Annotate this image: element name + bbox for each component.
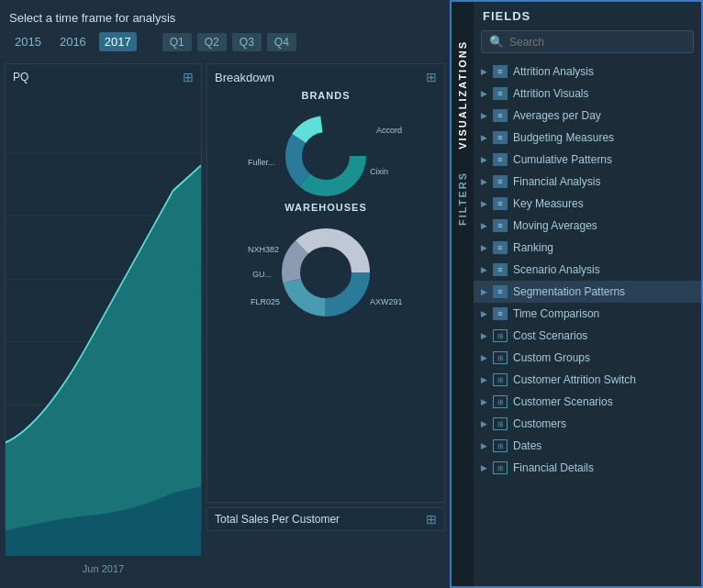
field-label: Customer Scenarios [513,395,694,408]
field-label: Customer Attrition Switch [513,373,694,386]
field-label: Attrition Visuals [513,87,694,100]
year-2016-btn[interactable]: 2016 [54,32,92,51]
fields-content: FIELDS 🔍 ▶≡Attrition Analysis▶≡Attrition… [474,2,701,586]
field-expand-arrow: ▶ [481,463,487,472]
folder-icon: ≡ [493,241,508,254]
field-label: Moving Averages [513,219,694,232]
field-expand-arrow: ▶ [481,419,487,428]
fields-panel: VISUALIZATIONS FILTERS FIELDS 🔍 ▶≡Attrit… [450,0,703,588]
breakdown-card: Breakdown ⊞ BRANDS Accord [206,63,445,503]
area-chart-svg [6,90,201,556]
field-expand-arrow: ▶ [481,331,487,340]
field-label: Custom Groups [513,351,694,364]
svg-text:FLR025: FLR025 [251,297,280,306]
field-expand-arrow: ▶ [481,265,487,274]
q4-btn[interactable]: Q4 [267,33,296,51]
field-expand-arrow: ▶ [481,441,487,450]
field-expand-arrow: ▶ [481,243,487,252]
field-item[interactable]: ▶≡Financial Analysis [474,171,701,193]
field-item[interactable]: ▶⊞Customer Attrition Switch [474,369,701,391]
field-expand-arrow: ▶ [481,221,487,230]
visualizations-tab[interactable]: VISUALIZATIONS [453,29,472,161]
field-expand-arrow: ▶ [481,89,487,98]
svg-text:AXW291: AXW291 [370,297,403,306]
q2-btn[interactable]: Q2 [197,33,227,51]
field-label: Customers [513,417,694,430]
pq-chart: PQ ⊞ Jun 2017 [5,63,202,531]
field-label: Scenario Analysis [513,263,694,276]
field-expand-arrow: ▶ [481,287,487,296]
folder-icon: ≡ [493,263,508,276]
field-item[interactable]: ▶≡Budgeting Measures [474,127,701,149]
field-item[interactable]: ▶≡Ranking [474,237,701,259]
folder-icon: ≡ [493,307,508,320]
field-label: Segmentation Patterns [513,285,694,298]
field-label: Averages per Day [513,109,694,122]
table-icon: ⊞ [493,329,508,342]
field-expand-arrow: ▶ [481,199,487,208]
table-icon: ⊞ [493,351,508,364]
table-icon: ⊞ [493,461,508,474]
field-item[interactable]: ▶≡Segmentation Patterns [474,281,701,303]
brands-section: BRANDS Accord Fuller... Cixin [207,90,444,202]
brands-donut: Accord Fuller... Cixin [234,105,418,197]
field-expand-arrow: ▶ [481,67,487,76]
year-2015-btn[interactable]: 2015 [9,32,47,51]
fields-list: ▶≡Attrition Analysis▶≡Attrition Visuals▶… [474,61,701,586]
total-sales-card: Total Sales Per Customer ⊞ [206,507,445,531]
field-label: Dates [513,439,694,452]
brands-label: BRANDS [301,90,350,101]
field-expand-arrow: ▶ [481,177,487,186]
filters-tab[interactable]: FILTERS [453,161,472,237]
year-2017-btn[interactable]: 2017 [99,32,137,51]
q1-btn[interactable]: Q1 [162,33,192,51]
field-item[interactable]: ▶⊞Customers [474,413,701,435]
svg-text:GU...: GU... [252,270,272,279]
field-item[interactable]: ▶⊞Custom Groups [474,347,701,369]
breakdown-edit-icon[interactable]: ⊞ [426,70,437,84]
search-box[interactable]: 🔍 [481,30,694,53]
field-item[interactable]: ▶≡Time Comparison [474,303,701,325]
time-selector: Select a time frame for analysis 2015 20… [0,0,450,59]
field-label: Financial Analysis [513,175,694,188]
total-sales-edit-icon[interactable]: ⊞ [426,512,437,527]
field-label: Budgeting Measures [513,131,694,144]
field-item[interactable]: ▶⊞Customer Scenarios [474,391,701,413]
field-item[interactable]: ▶≡Key Measures [474,193,701,215]
field-label: Ranking [513,241,694,254]
svg-text:Accord: Accord [376,126,402,135]
table-icon: ⊞ [493,373,508,386]
svg-text:Fuller...: Fuller... [248,158,275,167]
field-item[interactable]: ▶≡Moving Averages [474,215,701,237]
pq-chart-title: PQ [13,71,28,83]
folder-icon: ≡ [493,65,508,78]
field-item[interactable]: ▶⊞Dates [474,435,701,457]
q3-btn[interactable]: Q3 [232,33,262,51]
warehouses-donut: NXH382 GU... FLR025 AXW291 [234,217,418,318]
folder-icon: ≡ [493,285,508,298]
svg-text:NXH382: NXH382 [248,245,279,254]
folder-icon: ≡ [493,131,508,144]
total-sales-label: Total Sales Per Customer [215,513,340,526]
field-label: Cumulative Patterns [513,153,694,166]
field-item[interactable]: ▶≡Cumulative Patterns [474,149,701,171]
field-expand-arrow: ▶ [481,309,487,318]
field-item[interactable]: ▶≡Averages per Day [474,105,701,127]
table-icon: ⊞ [493,395,508,408]
field-expand-arrow: ▶ [481,397,487,406]
folder-icon: ≡ [493,197,508,210]
field-label: Financial Details [513,461,694,474]
warehouses-label: WAREHOUSES [285,202,366,213]
chart-footer: Jun 2017 [6,560,201,578]
chart-edit-icon[interactable]: ⊞ [183,70,194,84]
field-item[interactable]: ▶⊞Financial Details [474,457,701,479]
field-item[interactable]: ▶≡Attrition Visuals [474,83,701,105]
field-item[interactable]: ▶⊞Cost Scenarios [474,325,701,347]
field-label: Cost Scenarios [513,329,694,342]
field-item[interactable]: ▶≡Attrition Analysis [474,61,701,83]
field-item[interactable]: ▶≡Scenario Analysis [474,259,701,281]
folder-icon: ≡ [493,87,508,100]
search-input[interactable] [509,36,686,49]
table-icon: ⊞ [493,439,508,452]
folder-icon: ≡ [493,153,508,166]
